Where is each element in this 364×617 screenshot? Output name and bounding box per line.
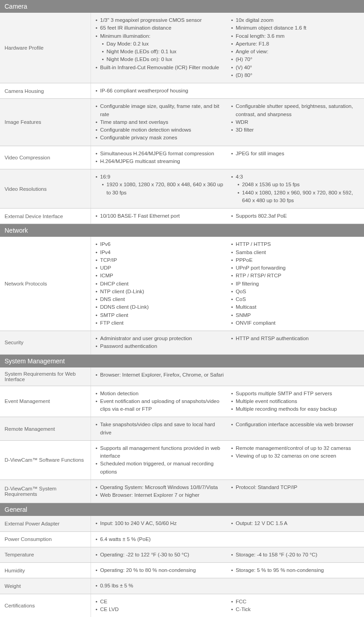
spec-row: Remote ManagementTake snapshots/video cl… [0, 417, 364, 441]
bullet-item: Output: 12 V DC 1.5 A [231, 520, 359, 527]
bullet-item: Operating System: Microsoft Windows 10/8… [96, 484, 224, 491]
section-header: System Management [0, 355, 364, 367]
bullet-item: RTP / RTSP/ RTCP [231, 272, 359, 280]
bullet-item: IP filtering [231, 280, 359, 288]
bullet-item: 1920 x 1080, 1280 x 720, 800 x 448, 640 … [96, 181, 224, 197]
spec-col: Supports 802.3af PoE [228, 211, 363, 221]
spec-row: Hardware Profile1/3" 3 megapixel progres… [0, 13, 364, 83]
spec-col: 0.95 lbs ± 5 % [92, 581, 363, 591]
spec-row-content: 10/100 BASE-T Fast Ethernet portSupports… [91, 209, 364, 224]
bullet-item: Web Browser: Internet Explorer 7 or high… [96, 491, 224, 499]
bullet-item: 10/100 BASE-T Fast Ethernet port [96, 212, 224, 220]
spec-row-label: Image Features [0, 99, 91, 145]
spec-row-content: Simultaneous H.264/MJPEG format compress… [91, 146, 364, 169]
bullet-item: Storage: 5 % to 95 % non-condensing [231, 566, 359, 574]
bullet-item: ONVIF compliant [231, 319, 359, 327]
spec-col: 1/3" 3 megapixel progressive CMOS sensor… [92, 15, 228, 80]
spec-col: Simultaneous H.264/MJPEG format compress… [92, 149, 228, 167]
spec-col: IP-66 compliant weatherproof housing [92, 86, 363, 96]
bullet-item: NTP client (D-Link) [96, 288, 224, 296]
bullet-item: Configuration interface accessible via w… [231, 421, 359, 428]
bullet-item: Take snapshots/video clips and save to l… [96, 421, 224, 437]
spec-col: 16:91920 x 1080, 1280 x 720, 800 x 448, … [92, 172, 228, 205]
bullet-item: Scheduled motion triggered, or manual re… [96, 460, 224, 476]
spec-row-content: Take snapshots/video clips and save to l… [91, 417, 364, 440]
spec-row-label: Camera Housing [0, 83, 91, 98]
spec-row-label: Power Consumption [0, 532, 91, 547]
bullet-item: Minimum object distance 1.6 ft [231, 24, 359, 32]
bullet-item: Configurable motion detection windows [96, 126, 224, 134]
spec-row-content: 0.95 lbs ± 5 % [91, 578, 364, 593]
bullet-item: Simultaneous H.264/MJPEG format compress… [96, 150, 224, 158]
bullet-item: IP-66 compliant weatherproof housing [96, 87, 359, 95]
bullet-item: QoS [231, 288, 359, 296]
spec-col: Output: 12 V DC 1.5 A [228, 519, 363, 528]
bullet-item: Night Mode (LEDs on): 0 lux [96, 56, 224, 63]
bullet-item: Supports 802.3af PoE [231, 212, 359, 220]
bullet-item: Configurable privacy mask zones [96, 134, 224, 142]
spec-row-content: Motion detectionEvent notification and u… [91, 386, 364, 417]
bullet-item: 6.4 watts ± 5 % (PoE) [96, 535, 359, 543]
spec-row: Video Resolutions16:91920 x 1080, 1280 x… [0, 169, 364, 209]
spec-row: HumidityOperating: 20 % to 80 % non-cond… [0, 563, 364, 578]
spec-row-content: Operating: -22 to 122 °F (-30 to 50 °C)S… [91, 547, 364, 562]
spec-row: External Power AdapterInput: 100 to 240 … [0, 516, 364, 531]
bullet-item: Night Mode (LEDs off): 0.1 lux [96, 48, 224, 56]
bullet-item: Configurable image size, quality, frame … [96, 102, 224, 118]
spec-row-label: Temperature [0, 547, 91, 562]
spec-row-content: Input: 100 to 240 V AC, 50/60 HzOutput: … [91, 516, 364, 531]
bullet-item: Time stamp and text overlays [96, 118, 224, 126]
spec-row-label: Network Protocols [0, 237, 91, 331]
spec-row-label: Security [0, 331, 91, 354]
spec-row-content: Configurable image size, quality, frame … [91, 99, 364, 145]
spec-col: 10x digital zoomMinimum object distance … [228, 15, 363, 80]
bullet-item: IPv6 [96, 240, 224, 248]
spec-row: CertificationsCECE LVDFCCC-Tick [0, 594, 364, 617]
bullet-item: Samba client [231, 249, 359, 256]
section-header: Network [0, 224, 364, 237]
spec-row-label: Event Management [0, 386, 91, 417]
bullet-item: DDNS client (D-Link) [96, 303, 224, 311]
bullet-item: HTTP and RTSP authentication [231, 335, 359, 342]
bullet-item: JPEG for still images [231, 150, 359, 158]
bullet-item: (V) 40° [231, 64, 359, 71]
bullet-item: CE LVD [96, 606, 224, 613]
spec-col: Supports multiple SMTP and FTP serversMu… [228, 389, 363, 414]
spec-row-label: D-ViewCam™ Software Functions [0, 441, 91, 479]
bullet-item: DNS client [96, 296, 224, 303]
bullet-item: Angle of view: [231, 48, 359, 56]
spec-col: Storage: 5 % to 95 % non-condensing [228, 566, 363, 575]
bullet-item: TCP/IP [96, 256, 224, 264]
spec-row-label: Humidity [0, 563, 91, 578]
spec-row: System Requirements for Web InterfaceBro… [0, 367, 364, 386]
bullet-item: Operating: -22 to 122 °F (-30 to 50 °C) [96, 551, 224, 559]
section-header: Camera [0, 0, 364, 13]
bullet-item: Operating: 20 % to 80 % non-condensing [96, 566, 224, 574]
spec-row-content: 1/3" 3 megapixel progressive CMOS sensor… [91, 13, 364, 83]
bullet-item: 65 feet IR illumination distance [96, 24, 224, 32]
bullet-item: CoS [231, 296, 359, 303]
spec-row-label: Video Compression [0, 146, 91, 169]
bullet-item: HTTP / HTTPS [231, 240, 359, 248]
spec-row: D-ViewCam™ Software FunctionsSupports al… [0, 441, 364, 480]
spec-row-content: IP-66 compliant weatherproof housing [91, 83, 364, 98]
bullet-item: Configurable shutter speed, brightness, … [231, 102, 359, 118]
spec-col: Operating System: Microsoft Windows 10/8… [92, 483, 228, 500]
spec-row-content: Operating: 20 % to 80 % non-condensingSt… [91, 563, 364, 578]
spec-row: D-ViewCam™ System RequirementsOperating … [0, 480, 364, 504]
bullet-item: Password authentication [96, 342, 224, 350]
bullet-item: ICMP [96, 272, 224, 280]
bullet-item: IPv4 [96, 249, 224, 256]
bullet-item: Browser: Internet Explorer, Firefox, Chr… [96, 371, 359, 379]
bullet-item: (H) 70° [231, 56, 359, 63]
bullet-item: CE [96, 598, 224, 606]
bullet-item: 2048 x 1536 up to 15 fps [231, 181, 359, 189]
spec-row: Event ManagementMotion detectionEvent no… [0, 386, 364, 418]
bullet-item: Administrator and user group protection [96, 335, 224, 342]
bullet-item: Protocol: Standard TCP/IP [231, 484, 359, 491]
spec-row: Network ProtocolsIPv6IPv4TCP/IPUDPICMPDH… [0, 237, 364, 331]
spec-row-content: 6.4 watts ± 5 % (PoE) [91, 532, 364, 547]
bullet-item: UDP [96, 264, 224, 272]
bullet-item: Multiple event notifications [231, 398, 359, 405]
spec-row-content: Browser: Internet Explorer, Firefox, Chr… [91, 367, 364, 386]
